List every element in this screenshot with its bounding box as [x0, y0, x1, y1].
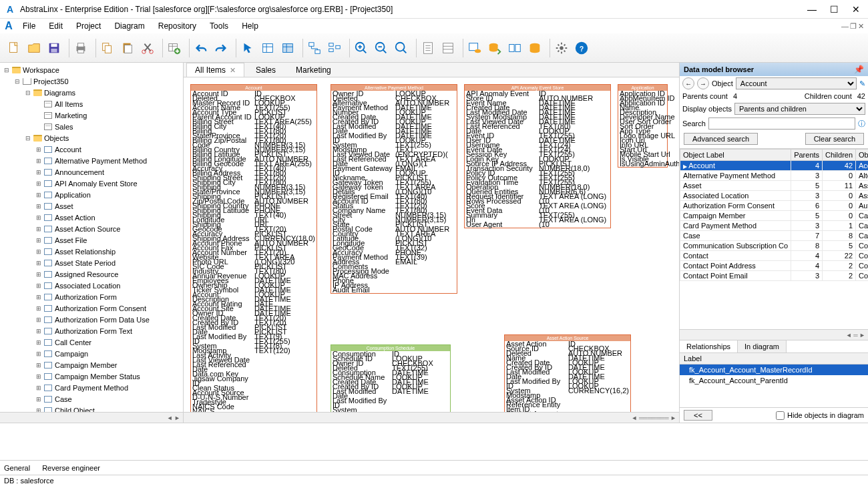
- tree-object-authorization-form-data-use[interactable]: ⊞Authorization Form Data Use: [0, 314, 183, 325]
- tree-object-call-center[interactable]: ⊞Call Center: [0, 336, 183, 348]
- tree-diagram-marketing[interactable]: Marketing: [0, 109, 183, 121]
- table-tool-button[interactable]: [258, 38, 278, 58]
- copy-button[interactable]: [97, 38, 118, 58]
- menu-repository[interactable]: Repository: [152, 19, 203, 33]
- tree-objects[interactable]: ⊟Objects: [0, 132, 183, 144]
- grid-scrollbar[interactable]: ◄ ═ ►: [680, 329, 868, 340]
- info-icon[interactable]: ⓘ: [858, 119, 865, 129]
- hide-objects-checkbox[interactable]: [776, 411, 785, 420]
- tree-object-campaign-member-status[interactable]: ⊞Campaign Member Status: [0, 371, 183, 382]
- tree-object-assigned-resource[interactable]: ⊞Assigned Resource: [0, 268, 183, 280]
- grid-row[interactable]: Card Payment Method31Carc: [680, 221, 869, 231]
- relation-button[interactable]: [304, 38, 324, 58]
- grid-row[interactable]: Contact Point Email32Con: [680, 271, 869, 281]
- tree-object-authorization-form-text[interactable]: ⊞Authorization Form Text: [0, 325, 183, 336]
- menu-tools[interactable]: Tools: [203, 19, 235, 33]
- tree-object-case[interactable]: ⊞Case: [0, 393, 183, 405]
- db-cylinder-button[interactable]: [525, 38, 545, 58]
- tree-object-asset-relationship[interactable]: ⊞Asset Relationship: [0, 246, 183, 257]
- tab-marketing[interactable]: Marketing: [287, 63, 340, 77]
- tree-scrollbar[interactable]: ◄ ►: [0, 412, 183, 423]
- clear-search-button[interactable]: Clear search: [805, 133, 864, 145]
- entity-account[interactable]: AccountAccount IDDeletedMaster Record ID…: [190, 84, 317, 412]
- tree-object-card-payment-method[interactable]: ⊞Card Payment Method: [0, 382, 183, 393]
- grid-row[interactable]: Authorization Form Consent60Auth: [680, 201, 869, 211]
- redo-button[interactable]: [211, 38, 231, 58]
- entity-cons[interactable]: Consumption ScheduleConsumption Schedule…: [331, 344, 451, 412]
- select-all-button[interactable]: [278, 38, 298, 58]
- entity-app[interactable]: ApplicationApplication IDAppMenuItem IDA…: [618, 84, 668, 168]
- tree-object-asset-action[interactable]: ⊞Asset Action: [0, 212, 183, 223]
- menu-file[interactable]: File: [16, 19, 42, 33]
- print-button[interactable]: [71, 38, 91, 58]
- edit-icon[interactable]: ✎: [859, 79, 865, 88]
- menu-edit[interactable]: Edit: [42, 19, 69, 33]
- workspace-tree[interactable]: ⊟Workspace⊟Project350⊟DiagramsAll ItemsM…: [0, 63, 183, 412]
- tree-object-authorization-form[interactable]: ⊞Authorization Form: [0, 291, 183, 302]
- menu-help[interactable]: Help: [235, 19, 265, 33]
- tree-workspace[interactable]: ⊟Workspace: [0, 64, 183, 75]
- undo-button[interactable]: [191, 38, 211, 58]
- align-button[interactable]: [324, 38, 345, 58]
- list-button[interactable]: [438, 38, 458, 58]
- tree-object-asset[interactable]: ⊞Asset: [0, 200, 183, 212]
- back-button[interactable]: ←: [682, 77, 694, 89]
- grid-header[interactable]: Parents: [791, 150, 823, 161]
- grid-row[interactable]: Account442Acco: [680, 161, 869, 171]
- save-button[interactable]: [44, 38, 64, 58]
- grid-row[interactable]: Asset511Asse: [680, 181, 869, 191]
- db-export-button[interactable]: [485, 38, 505, 58]
- maximize-button[interactable]: ☐: [830, 4, 839, 15]
- open-button[interactable]: [24, 38, 44, 58]
- cut-button[interactable]: [138, 38, 158, 58]
- collapse-button[interactable]: <<: [684, 410, 712, 421]
- minimize-button[interactable]: —: [807, 4, 817, 15]
- help-button[interactable]: ?: [572, 38, 592, 58]
- new-button[interactable]: [4, 38, 24, 58]
- grid-row[interactable]: Contact Point Address42Con: [680, 261, 869, 271]
- document-button[interactable]: [418, 38, 438, 58]
- grid-row[interactable]: Communication Subscription Co85Com: [680, 241, 869, 251]
- rel-tab-relationships[interactable]: Relationships: [680, 340, 738, 352]
- entity-aas[interactable]: Asset Action SourceAsset Action Source I…: [504, 334, 631, 412]
- zoom-fit-button[interactable]: [391, 38, 411, 58]
- mdi-close-icon[interactable]: ✕: [858, 22, 864, 31]
- close-button[interactable]: ✕: [852, 4, 860, 15]
- pointer-tool-button[interactable]: [238, 38, 258, 58]
- tab-all-items[interactable]: All Items✕: [186, 63, 244, 77]
- grid-row[interactable]: Case78Case: [680, 231, 869, 241]
- grid-header[interactable]: Obje: [856, 150, 868, 161]
- rel-tab-in-diagram[interactable]: In diagram: [738, 340, 787, 352]
- tree-object-authorization-form-consent[interactable]: ⊞Authorization Form Consent: [0, 302, 183, 314]
- grid-header[interactable]: Children: [823, 150, 856, 161]
- grid-row[interactable]: Campaign Member50Cam: [680, 211, 869, 221]
- paste-button[interactable]: [118, 38, 138, 58]
- tree-object-associated-location[interactable]: ⊞Associated Location: [0, 280, 183, 291]
- tree-object-account[interactable]: ⊞Account: [0, 144, 183, 155]
- db-table-button[interactable]: [465, 38, 485, 58]
- canvas-scrollbar[interactable]: ◄ ═══════ ►: [184, 412, 679, 423]
- grid-row[interactable]: Contact422Con: [680, 251, 869, 261]
- tree-object-api-anomaly-event-store[interactable]: ⊞API Anomaly Event Store: [0, 178, 183, 189]
- tree-object-asset-state-period[interactable]: ⊞Asset State Period: [0, 257, 183, 268]
- settings-button[interactable]: [552, 38, 572, 58]
- objects-grid[interactable]: Object LabelParentsChildrenObjeAccount44…: [680, 148, 868, 329]
- zoom-out-button[interactable]: [371, 38, 391, 58]
- relationship-row[interactable]: fk_Account_Account_ParentId: [680, 375, 868, 386]
- tree-object-campaign-member[interactable]: ⊞Campaign Member: [0, 359, 183, 371]
- tree-diagrams[interactable]: ⊟Diagrams: [0, 87, 183, 98]
- compare-button[interactable]: [505, 38, 525, 58]
- bottom-tab-reverse-engineer[interactable]: Reverse engineer: [42, 464, 100, 472]
- pin-icon[interactable]: 📌: [854, 65, 864, 74]
- entity-api[interactable]: API Anomaly Event StoreAPI Anomaly Event…: [464, 84, 611, 228]
- grid-row[interactable]: Associated Location30Asso: [680, 191, 869, 201]
- tree-object-campaign[interactable]: ⊞Campaign: [0, 348, 183, 359]
- tree-diagram-sales[interactable]: Sales: [0, 121, 183, 132]
- tree-object-alternative-payment-method[interactable]: ⊞Alternative Payment Method: [0, 155, 183, 166]
- display-objects-select[interactable]: Parents and children: [734, 103, 865, 115]
- tree-object-asset-file[interactable]: ⊞Asset File: [0, 234, 183, 246]
- tree-object-announcement[interactable]: ⊞Announcement: [0, 166, 183, 178]
- menu-project[interactable]: Project: [69, 19, 107, 33]
- grid-header[interactable]: Object Label: [680, 150, 791, 161]
- mdi-minimize-icon[interactable]: —: [841, 22, 849, 31]
